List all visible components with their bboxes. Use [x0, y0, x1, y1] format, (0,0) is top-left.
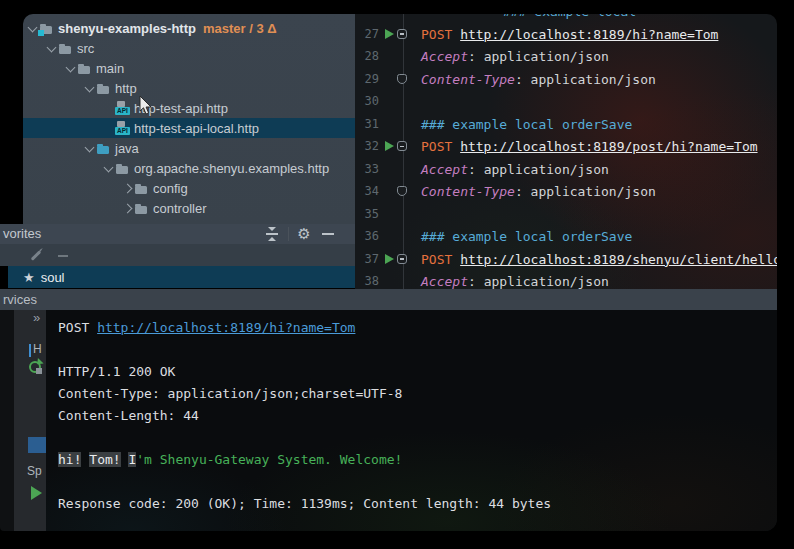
- code-segment: POST: [421, 139, 452, 154]
- tree-item-http-test-api-http[interactable]: http-test-api.http: [23, 98, 355, 118]
- gear-icon[interactable]: ⚙: [295, 224, 313, 244]
- editor-line-28: 28Accept: application/json: [355, 45, 777, 68]
- run-request-icon[interactable]: [385, 29, 394, 39]
- console-line: Content-Type: application/json;charset=U…: [58, 383, 777, 405]
- request-url[interactable]: http://localhost:8189/post/hi?name=Tom: [460, 139, 757, 154]
- tree-item-label: org.apache.shenyu.examples.http: [134, 161, 329, 176]
- code-segment: :: [515, 72, 531, 87]
- edit-favorite-icon[interactable]: [31, 250, 42, 261]
- fold-marker-start[interactable]: [397, 141, 407, 151]
- code-segment: application/json: [531, 72, 656, 87]
- tree-item-src[interactable]: src: [23, 38, 355, 58]
- chevron-right-icon[interactable]: [122, 202, 134, 214]
- run-request-icon[interactable]: [385, 141, 394, 151]
- editor-code: Accept: application/json: [421, 158, 609, 181]
- console-line: [58, 471, 777, 493]
- tree-item-java[interactable]: java: [23, 138, 355, 158]
- collapse-all-icon[interactable]: [265, 227, 279, 241]
- fold-marker-end[interactable]: [397, 74, 407, 84]
- chevron-down-icon[interactable]: [46, 42, 58, 54]
- editor-line-35: 35: [355, 203, 777, 226]
- mouse-cursor: [138, 95, 152, 115]
- response-console[interactable]: POST http://localhost:8189/hi?name=Tom H…: [46, 310, 777, 531]
- chevron-down-icon[interactable]: [84, 142, 96, 154]
- code-segment: Accept: [421, 49, 468, 64]
- code-segment: application/json: [484, 162, 609, 177]
- rerun-request-icon[interactable]: [29, 361, 41, 373]
- folder-icon: [96, 141, 111, 156]
- services-panel-header: rvices: [0, 289, 777, 310]
- console-line: POST http://localhost:8189/hi?name=Tom: [58, 317, 777, 339]
- chevron-down-icon[interactable]: [84, 82, 96, 94]
- request-url[interactable]: http://localhost:8189/shenyu/client/hell…: [460, 252, 777, 267]
- tree-item-http[interactable]: http: [23, 78, 355, 98]
- folder-icon: [77, 61, 92, 76]
- services-tree-selected-row[interactable]: [28, 437, 46, 453]
- code-segment: :: [468, 274, 484, 289]
- code-segment: POST: [421, 252, 452, 267]
- editor-code: Content-Type: application/json: [421, 180, 656, 203]
- tree-item-http-test-api-local-http[interactable]: http-test-api-local.http: [23, 118, 355, 138]
- tree-item-label: config: [153, 181, 188, 196]
- services-tree-item-bottom[interactable]: Sp: [27, 464, 42, 478]
- fold-marker-end[interactable]: [397, 186, 407, 196]
- console-line: Response code: 200 (OK); Time: 1139ms; C…: [58, 493, 777, 515]
- tree-item-label: java: [115, 141, 139, 156]
- tree-item-main[interactable]: main: [23, 58, 355, 78]
- code-segment: Accept: [421, 274, 468, 289]
- code-segment: Content-Type: [421, 184, 515, 199]
- favorites-panel-header: vorites ⚙: [0, 224, 355, 244]
- chevron-placeholder: [103, 102, 115, 114]
- tree-item-org-apache-shenyu-examples-http[interactable]: org.apache.shenyu.examples.http: [23, 158, 355, 178]
- request-url[interactable]: http://localhost:8189/hi?name=Tom: [460, 27, 718, 42]
- services-tree-item-top[interactable]: H: [33, 342, 42, 356]
- line-number: 30: [355, 90, 379, 113]
- tree-item-config[interactable]: config: [23, 178, 355, 198]
- project-tool-window: shenyu-examples-httpmaster / 3 Δsrcmainh…: [23, 14, 355, 224]
- editor-code: Content-Type: application/json: [421, 68, 656, 91]
- editor-line-34: 34Content-Type: application/json: [355, 180, 777, 203]
- console-text: Content-Length: 44: [58, 408, 199, 423]
- running-indicator-bar: [29, 344, 31, 357]
- line-number: 37: [355, 248, 379, 271]
- favorites-panel-title: vorites: [3, 226, 41, 241]
- code-segment: POST: [421, 27, 452, 42]
- ide-window: shenyu-examples-httpmaster / 3 Δsrcmainh…: [0, 0, 794, 549]
- fold-marker-start[interactable]: [397, 254, 407, 264]
- folder-icon: [134, 201, 149, 216]
- chevron-down-icon[interactable]: [65, 62, 77, 74]
- editor-code: ### example local orderSave: [421, 225, 632, 248]
- chevron-right-icon[interactable]: [122, 182, 134, 194]
- services-tool-window: » H Sp POST http://localhost:8189/hi?nam…: [0, 310, 777, 531]
- toolbar-divider: [288, 227, 289, 241]
- tree-item-label: main: [96, 61, 124, 76]
- line-number: 29: [355, 68, 379, 91]
- double-chevron-icon[interactable]: »: [33, 310, 38, 325]
- tree-item-controller[interactable]: controller: [23, 198, 355, 218]
- editor-code: Accept: application/json: [421, 45, 609, 68]
- favorite-item-soul[interactable]: ★ soul: [8, 266, 355, 288]
- editor-line-27: 27POST http://localhost:8189/hi?name=Tom: [355, 23, 777, 46]
- tree-item-shenyu-examples-http[interactable]: shenyu-examples-httpmaster / 3 Δ: [23, 18, 355, 38]
- folder-icon: [115, 161, 130, 176]
- star-icon: ★: [23, 270, 35, 285]
- hide-panel-icon[interactable]: [322, 233, 334, 235]
- fold-marker-start[interactable]: [397, 29, 407, 39]
- chevron-down-icon[interactable]: [103, 162, 115, 174]
- code-segment: ### example local orderSave: [421, 117, 632, 132]
- code-segment: application/json: [531, 184, 656, 199]
- line-number: 31: [355, 113, 379, 136]
- tree-item-label: http: [115, 81, 137, 96]
- line-number: 34: [355, 180, 379, 203]
- code-segment: :: [515, 184, 531, 199]
- editor-pane[interactable]: ### example local27POST http://localhost…: [355, 14, 777, 290]
- run-request-icon[interactable]: [385, 254, 394, 264]
- folder-icon: [96, 81, 111, 96]
- line-number: 33: [355, 158, 379, 181]
- tree-item-label: controller: [153, 201, 206, 216]
- remove-favorite-icon[interactable]: [58, 255, 68, 257]
- editor-code: POST http://localhost:8189/post/hi?name=…: [421, 135, 758, 158]
- console-text: HTTP/1.1 200 OK: [58, 364, 175, 379]
- console-text: Response code: 200 (OK); Time: 1139ms; C…: [58, 496, 551, 511]
- response-url-link[interactable]: http://localhost:8189/hi?name=Tom: [97, 320, 355, 335]
